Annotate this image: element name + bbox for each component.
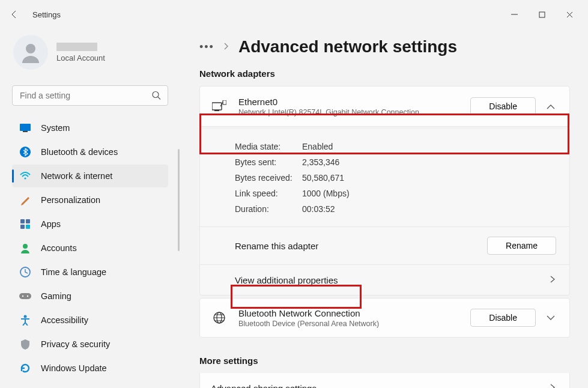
chevron-right-icon (549, 383, 556, 388)
adapter-name: Ethernet0 (238, 97, 470, 107)
advanced-sharing-label: Advanced sharing settings (211, 383, 549, 389)
close-button[interactable] (556, 5, 583, 24)
update-icon (19, 362, 31, 374)
adapter-desc: Network | Intel(R) 82574L Gigabit Networ… (238, 108, 470, 117)
adapter-bluetooth-row[interactable]: Bluetooth Network Connection Bluetooth D… (199, 298, 570, 338)
window-title: Settings (32, 10, 61, 19)
adapter-ethernet-row[interactable]: Ethernet0 Network | Intel(R) 82574L Giga… (200, 86, 569, 126)
sidebar-item-label: Personalization (41, 195, 100, 205)
svg-rect-4 (23, 131, 28, 132)
rename-adapter-row: Rename this adapter Rename (200, 227, 569, 264)
disable-button[interactable]: Disable (470, 309, 536, 327)
rename-button[interactable]: Rename (487, 237, 556, 255)
svg-rect-13 (19, 293, 31, 299)
globe-icon (211, 311, 228, 324)
bluetooth-icon (19, 146, 31, 158)
stat-value: 2,353,346 (302, 157, 339, 167)
sidebar-item-label: Accessibility (41, 315, 88, 325)
user-block[interactable]: Local Account (12, 34, 168, 80)
accessibility-icon (19, 314, 31, 326)
sidebar-item-time-language[interactable]: Time & language (12, 261, 168, 283)
sidebar-item-label: Bluetooth & devices (41, 147, 118, 157)
stat-label: Duration: (235, 204, 302, 214)
view-additional-properties-row[interactable]: View additional properties (200, 265, 569, 295)
disable-button[interactable]: Disable (470, 97, 536, 115)
stat-value: 00:03:52 (302, 204, 335, 214)
svg-point-11 (23, 244, 28, 249)
scrollbar-indicator[interactable] (178, 149, 180, 251)
sidebar-item-accounts[interactable]: Accounts (12, 237, 168, 259)
sidebar-item-label: Windows Update (41, 363, 107, 373)
svg-rect-7 (20, 219, 25, 223)
sidebar-item-privacy[interactable]: Privacy & security (12, 333, 168, 356)
svg-point-16 (24, 315, 27, 318)
maximize-button[interactable] (528, 5, 556, 24)
chevron-right-icon (224, 43, 229, 52)
svg-point-15 (27, 296, 28, 297)
svg-rect-0 (539, 12, 545, 17)
chevron-right-icon (549, 274, 556, 285)
section-title-adapters: Network adapters (199, 68, 570, 79)
svg-rect-8 (26, 219, 30, 223)
chevron-down-icon[interactable] (545, 312, 556, 323)
svg-point-2 (153, 92, 159, 98)
search-input[interactable] (12, 85, 168, 106)
sidebar-item-label: Gaming (41, 291, 71, 301)
avatar (13, 35, 48, 70)
svg-point-6 (24, 177, 26, 179)
stat-value: 1000 (Mbps) (302, 189, 350, 198)
adapter-stats: Media state:Enabled Bytes sent:2,353,346… (200, 129, 569, 226)
system-icon (19, 122, 31, 134)
advanced-sharing-row[interactable]: Advanced sharing settings (199, 373, 570, 388)
sidebar-item-network[interactable]: Network & internet (12, 165, 168, 187)
stat-label: Media state: (235, 142, 302, 151)
gaming-icon (19, 290, 31, 302)
sidebar-item-label: System (41, 123, 70, 133)
stat-value: Enabled (302, 142, 333, 151)
sidebar-item-personalization[interactable]: Personalization (12, 189, 168, 211)
adapter-name: Bluetooth Network Connection (238, 308, 470, 318)
sidebar-item-label: Time & language (41, 267, 106, 277)
stat-value: 50,580,671 (302, 173, 344, 183)
chevron-up-icon[interactable] (545, 101, 556, 112)
breadcrumb-more[interactable]: ••• (199, 38, 214, 55)
stat-label: Link speed: (235, 189, 302, 198)
user-name-placeholder (56, 43, 97, 51)
svg-point-14 (22, 296, 23, 297)
wifi-icon (19, 170, 31, 182)
sidebar-item-label: Network & internet (41, 171, 112, 181)
sidebar-item-bluetooth[interactable]: Bluetooth & devices (12, 141, 168, 163)
svg-rect-18 (214, 110, 219, 111)
rename-adapter-label: Rename this adapter (235, 241, 487, 251)
search-icon (152, 91, 161, 100)
sidebar-item-label: Accounts (41, 243, 77, 253)
view-additional-label: View additional properties (235, 275, 549, 285)
sidebar-item-windows-update[interactable]: Windows Update (12, 357, 168, 380)
accounts-icon (19, 242, 31, 254)
user-account-type: Local Account (56, 53, 105, 62)
svg-rect-10 (26, 225, 30, 229)
sidebar-item-gaming[interactable]: Gaming (12, 285, 168, 308)
svg-rect-9 (20, 225, 25, 229)
stat-label: Bytes received: (235, 173, 302, 183)
svg-point-1 (26, 44, 35, 53)
stat-label: Bytes sent: (235, 157, 302, 167)
sidebar-item-system[interactable]: System (12, 117, 168, 139)
shield-icon (19, 338, 31, 350)
svg-rect-19 (223, 100, 226, 105)
adapter-desc: Bluetooth Device (Personal Area Network) (238, 320, 470, 328)
sidebar-item-apps[interactable]: Apps (12, 213, 168, 235)
svg-rect-3 (20, 124, 31, 131)
sidebar-item-accessibility[interactable]: Accessibility (12, 309, 168, 332)
personalization-icon (19, 194, 31, 206)
ethernet-icon (211, 100, 228, 112)
clock-icon (19, 266, 31, 278)
minimize-button[interactable] (500, 5, 528, 24)
page-title: Advanced network settings (238, 37, 457, 56)
svg-rect-17 (212, 103, 222, 110)
sidebar-item-label: Privacy & security (41, 339, 110, 349)
section-title-more: More settings (199, 356, 570, 366)
back-button[interactable] (5, 5, 24, 24)
sidebar-item-label: Apps (41, 219, 61, 229)
apps-icon (19, 218, 31, 230)
